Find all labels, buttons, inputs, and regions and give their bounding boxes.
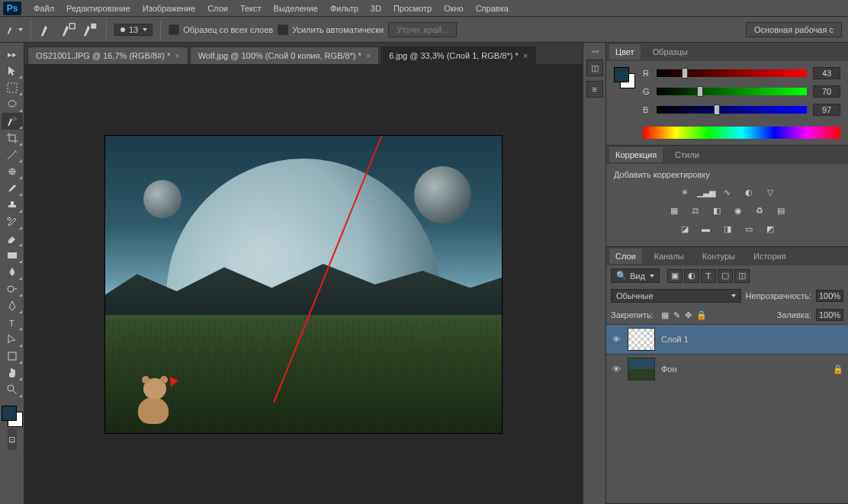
- canvas-viewport[interactable]: [24, 64, 583, 504]
- layer-filter-dropdown[interactable]: 🔍 Вид: [611, 268, 660, 283]
- color-spectrum[interactable]: [643, 127, 840, 139]
- workspace-switcher[interactable]: Основная рабочая с: [746, 22, 842, 37]
- stamp-tool[interactable]: [2, 197, 23, 213]
- brush-tool[interactable]: [2, 180, 23, 197]
- bw-icon[interactable]: ◧: [710, 204, 724, 217]
- r-slider[interactable]: [657, 69, 807, 77]
- balance-icon[interactable]: ⚖: [689, 204, 702, 217]
- fill-value[interactable]: 100%: [816, 309, 843, 321]
- vibrance-icon[interactable]: ▽: [763, 185, 777, 199]
- crop-tool[interactable]: [2, 130, 23, 146]
- curves-icon[interactable]: ∿: [721, 185, 734, 199]
- layer-thumbnail[interactable]: [628, 358, 655, 380]
- intersect-selection-icon[interactable]: [82, 21, 98, 38]
- move-tool[interactable]: [2, 63, 23, 79]
- zoom-tool[interactable]: [2, 381, 23, 398]
- invert-icon[interactable]: ◪: [678, 222, 692, 236]
- layer-thumbnail[interactable]: [628, 328, 655, 351]
- menu-3d[interactable]: 3D: [365, 0, 387, 16]
- menu-layers[interactable]: Слои: [201, 0, 234, 16]
- lock-position-icon[interactable]: ✥: [685, 310, 692, 320]
- menu-file[interactable]: Файл: [27, 0, 60, 16]
- tab-styles[interactable]: Стили: [669, 147, 705, 162]
- lookup-icon[interactable]: ▤: [774, 204, 788, 217]
- document-tab[interactable]: Wolf.jpg @ 100% (Слой 0 копия, RGB/8*) *…: [190, 47, 380, 64]
- menu-text[interactable]: Текст: [234, 0, 268, 16]
- marquee-tool[interactable]: [2, 79, 23, 96]
- levels-icon[interactable]: ▁▃▅: [699, 185, 713, 199]
- dock-properties-icon[interactable]: ≡: [586, 81, 603, 98]
- pen-tool[interactable]: [2, 297, 23, 314]
- filter-pixel-icon[interactable]: ▣: [667, 269, 683, 283]
- color-swatch-toggle[interactable]: [2, 404, 23, 429]
- eraser-tool[interactable]: [2, 230, 23, 247]
- posterize-icon[interactable]: ▬: [699, 222, 713, 236]
- layer-row[interactable]: 👁 Фон 🔒: [606, 354, 848, 384]
- filter-shape-icon[interactable]: ▢: [718, 269, 733, 283]
- healing-brush-tool[interactable]: [2, 163, 23, 180]
- tab-paths[interactable]: Контуры: [696, 249, 741, 264]
- gradient-tool[interactable]: [2, 247, 23, 264]
- brightness-icon[interactable]: ☀: [678, 185, 692, 199]
- photo-filter-icon[interactable]: ◉: [731, 204, 745, 217]
- gradient-map-icon[interactable]: ▭: [742, 222, 756, 236]
- shape-tool[interactable]: [2, 348, 23, 364]
- expand-tools-icon[interactable]: ▸▸: [2, 46, 23, 63]
- add-selection-icon[interactable]: [39, 21, 56, 38]
- document-tab[interactable]: OS21001.JPG @ 16,7% (RGB/8#) *×: [27, 47, 188, 64]
- g-value[interactable]: 70: [813, 85, 840, 98]
- lock-transparent-icon[interactable]: ▦: [661, 310, 669, 320]
- dodge-tool[interactable]: [2, 281, 23, 297]
- tab-swatches[interactable]: Образцы: [647, 44, 694, 59]
- menu-select[interactable]: Выделение: [268, 0, 324, 16]
- tab-layers[interactable]: Слои: [609, 249, 642, 264]
- close-icon[interactable]: ×: [366, 51, 371, 60]
- visibility-icon[interactable]: 👁: [611, 364, 622, 374]
- b-slider[interactable]: [657, 106, 807, 114]
- selective-color-icon[interactable]: ◩: [763, 222, 777, 236]
- history-brush-tool[interactable]: [2, 213, 23, 230]
- quick-select-tool[interactable]: [2, 113, 23, 130]
- lasso-tool[interactable]: [2, 96, 23, 113]
- brush-size-picker[interactable]: 13: [114, 24, 153, 36]
- menu-edit[interactable]: Редактирование: [60, 0, 137, 16]
- blur-tool[interactable]: [2, 264, 23, 281]
- channel-mixer-icon[interactable]: ♻: [753, 204, 766, 217]
- blend-mode-select[interactable]: Обычные: [611, 289, 741, 303]
- close-icon[interactable]: ×: [523, 51, 528, 60]
- path-select-tool[interactable]: [2, 331, 23, 348]
- filter-smart-icon[interactable]: ◫: [734, 269, 750, 283]
- current-tool-icon[interactable]: [6, 21, 23, 38]
- dock-history-icon[interactable]: ◫: [586, 59, 603, 76]
- opacity-value[interactable]: 100%: [816, 290, 843, 302]
- menu-filter[interactable]: Фильтр: [324, 0, 365, 16]
- menu-help[interactable]: Справка: [470, 0, 515, 16]
- tab-history[interactable]: История: [747, 249, 792, 264]
- g-slider[interactable]: [657, 88, 807, 95]
- r-value[interactable]: 43: [813, 67, 840, 79]
- menu-window[interactable]: Окно: [438, 0, 470, 16]
- screen-mode-toggle[interactable]: ⊡: [8, 429, 17, 450]
- exposure-icon[interactable]: ◐: [742, 185, 756, 199]
- lock-all-icon[interactable]: 🔒: [696, 310, 707, 320]
- hue-icon[interactable]: ▦: [667, 204, 681, 217]
- sample-all-layers-checkbox[interactable]: Образец со всех слоев: [169, 24, 273, 35]
- threshold-icon[interactable]: ◨: [721, 222, 734, 236]
- lock-pixels-icon[interactable]: ✎: [673, 310, 680, 320]
- hand-tool[interactable]: [2, 364, 23, 381]
- menu-image[interactable]: Изображение: [137, 0, 201, 16]
- type-tool[interactable]: T: [2, 314, 23, 331]
- tab-adjustments[interactable]: Коррекция: [609, 147, 663, 162]
- tab-channels[interactable]: Каналы: [648, 249, 690, 264]
- close-icon[interactable]: ×: [175, 51, 179, 60]
- foreground-background-swatch[interactable]: [614, 67, 635, 88]
- filter-type-icon[interactable]: T: [701, 269, 716, 283]
- visibility-icon[interactable]: 👁: [611, 334, 622, 345]
- menu-view[interactable]: Просмотр: [387, 0, 438, 16]
- subtract-selection-icon[interactable]: [60, 21, 77, 38]
- b-value[interactable]: 97: [813, 104, 840, 116]
- tab-color[interactable]: Цвет: [609, 44, 641, 59]
- document-tab[interactable]: 6.jpg @ 33,3% (Слой 1, RGB/8*) *×: [381, 47, 536, 64]
- eyedropper-tool[interactable]: [2, 146, 23, 163]
- filter-adjust-icon[interactable]: ◐: [684, 269, 699, 283]
